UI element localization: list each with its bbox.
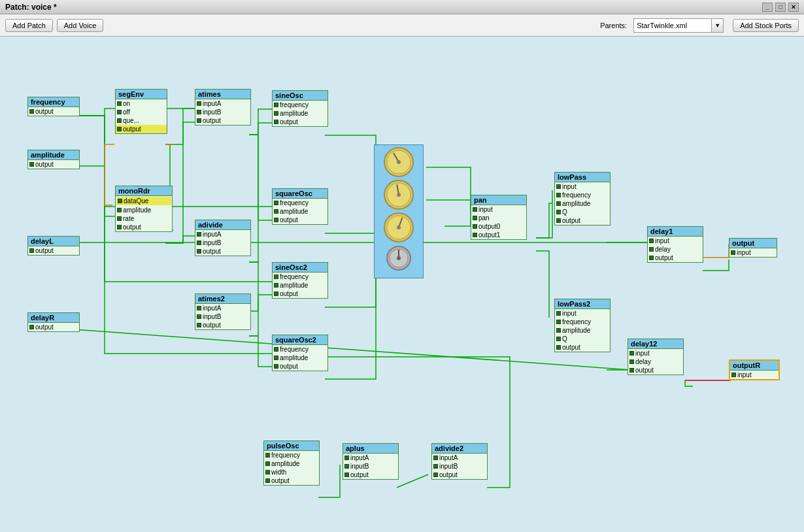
atimes2-header[interactable]: atimes2: [195, 294, 250, 304]
add-patch-button[interactable]: Add Patch: [5, 19, 53, 32]
knob3[interactable]: [382, 212, 416, 243]
lowPass2-output-port[interactable]: output: [555, 343, 610, 352]
pulseOsc-output-port[interactable]: output: [264, 476, 319, 485]
monoRdr-output-port[interactable]: output: [116, 223, 172, 231]
atimes-inputB-port[interactable]: inputB: [195, 108, 250, 116]
aplus-inputA-port[interactable]: inputA: [343, 454, 398, 462]
delayL-header[interactable]: delayL: [28, 237, 79, 246]
knob2[interactable]: [382, 179, 416, 210]
knob4[interactable]: [382, 244, 416, 272]
delay12-delay-port[interactable]: delay: [628, 357, 683, 366]
frequency-output-port[interactable]: output: [28, 107, 79, 116]
monoRdr-rate-port[interactable]: rate: [116, 214, 172, 223]
delayR-output-port[interactable]: output: [28, 323, 79, 331]
outputR-header[interactable]: outputR: [730, 361, 779, 371]
outputR-input-port[interactable]: input: [730, 371, 779, 379]
on-port[interactable]: on: [116, 99, 167, 108]
lowPass2-input-port[interactable]: input: [555, 309, 610, 318]
adivide2-output-port[interactable]: output: [432, 471, 487, 479]
lowPass-input-port[interactable]: input: [555, 182, 610, 191]
delay12-header[interactable]: delay12: [628, 339, 683, 349]
aplus-header[interactable]: aplus: [343, 444, 398, 454]
pan-output0-port[interactable]: output0: [471, 222, 526, 231]
output-left-header[interactable]: output: [729, 239, 777, 248]
dataQueue-row[interactable]: dataQue: [116, 197, 171, 205]
off-port[interactable]: off: [116, 108, 167, 116]
sineOsc-amplitude-port[interactable]: amplitude: [273, 109, 327, 118]
pan-pan-port[interactable]: pan: [471, 214, 526, 222]
atimes2-inputB-port[interactable]: inputB: [195, 312, 250, 321]
squareOsc-output-port[interactable]: output: [273, 216, 327, 224]
squareOsc-frequency-port[interactable]: frequency: [273, 199, 327, 207]
lowPass-frequency-port[interactable]: frequency: [555, 191, 610, 199]
adivide2-header[interactable]: adivide2: [432, 444, 487, 454]
que-port[interactable]: que...: [116, 116, 167, 125]
adivide-output-port[interactable]: output: [195, 247, 250, 256]
adivide-header[interactable]: adivide: [195, 220, 250, 230]
restore-btn[interactable]: □: [775, 3, 786, 12]
sineOsc2-header[interactable]: sineOsc2: [273, 263, 327, 273]
lowPass2-header[interactable]: lowPass2: [555, 299, 610, 309]
sineOsc2-frequency-port[interactable]: frequency: [273, 273, 327, 281]
adivide-inputB-port[interactable]: inputB: [195, 239, 250, 247]
sineOsc2-output-port[interactable]: output: [273, 290, 327, 298]
adivide-inputA-port[interactable]: inputA: [195, 230, 250, 239]
atimes2-inputA-port[interactable]: inputA: [195, 304, 250, 312]
add-voice-button[interactable]: Add Voice: [57, 19, 104, 32]
pulseOsc-frequency-port[interactable]: frequency: [264, 451, 319, 459]
delayL-output-port[interactable]: output: [28, 246, 79, 255]
atimes-inputA-port[interactable]: inputA: [195, 99, 250, 108]
lowPass2-frequency-port[interactable]: frequency: [555, 318, 610, 326]
pulseOsc-header[interactable]: pulseOsc: [264, 441, 319, 451]
delayR-header[interactable]: delayR: [28, 313, 79, 323]
close-btn[interactable]: ✕: [788, 3, 799, 12]
delay1-header[interactable]: delay1: [648, 227, 703, 237]
adivide2-inputB-port[interactable]: inputB: [432, 462, 487, 471]
delay12-output-port[interactable]: output: [628, 366, 683, 374]
aplus-inputB-port[interactable]: inputB: [343, 462, 398, 471]
pulseOsc-width-port[interactable]: width: [264, 468, 319, 476]
delay1-delay-port[interactable]: delay: [648, 245, 703, 254]
frequency-header[interactable]: frequency: [28, 97, 79, 107]
atimes-output-port[interactable]: output: [195, 116, 250, 125]
amplitude-output-port[interactable]: output: [28, 160, 79, 169]
output-left-input-port[interactable]: input: [729, 248, 777, 257]
delay1-output-port[interactable]: output: [648, 254, 703, 262]
pan-input-port[interactable]: input: [471, 205, 526, 214]
sineOsc-output-port[interactable]: output: [273, 118, 327, 126]
pan-header[interactable]: pan: [471, 195, 526, 205]
monoRdr-amplitude-port[interactable]: amplitude: [116, 206, 172, 214]
sineOsc-frequency-port[interactable]: frequency: [273, 101, 327, 109]
amplitude-header[interactable]: amplitude: [28, 150, 79, 160]
lowPass2-amplitude-port[interactable]: amplitude: [555, 326, 610, 335]
minimize-btn[interactable]: _: [762, 3, 773, 12]
squareOsc2-header[interactable]: squareOsc2: [273, 335, 327, 345]
aplus-output-port[interactable]: output: [343, 471, 398, 479]
add-stock-ports-button[interactable]: Add Stock Ports: [733, 19, 799, 32]
adivide2-inputA-port[interactable]: inputA: [432, 454, 487, 462]
lowPass2-Q-port[interactable]: Q: [555, 335, 610, 343]
pulseOsc-amplitude-port[interactable]: amplitude: [264, 459, 319, 468]
squareOsc-amplitude-port[interactable]: amplitude: [273, 207, 327, 216]
segEnv-header[interactable]: segEnv: [116, 90, 167, 99]
pan-output1-port[interactable]: output1: [471, 231, 526, 239]
delay12-input-port[interactable]: input: [628, 349, 683, 357]
atimes2-output-port[interactable]: output: [195, 321, 250, 329]
squareOsc-header[interactable]: squareOsc: [273, 189, 327, 199]
squareOsc2-output-port[interactable]: output: [273, 362, 327, 371]
monoRdr-header[interactable]: monoRdr: [116, 186, 172, 196]
sineOsc2-amplitude-port[interactable]: amplitude: [273, 281, 327, 290]
sineOsc-header[interactable]: sineOsc: [273, 91, 327, 101]
lowPass-amplitude-port[interactable]: amplitude: [555, 199, 610, 208]
segenv-output-port[interactable]: output: [116, 125, 167, 133]
lowPass-header[interactable]: lowPass: [555, 173, 610, 182]
knob1[interactable]: [382, 146, 416, 178]
parents-arrow[interactable]: ▼: [712, 18, 724, 33]
lowPass-output-port[interactable]: output: [555, 216, 610, 225]
squareOsc2-amplitude-port[interactable]: amplitude: [273, 354, 327, 362]
lowPass-Q-port[interactable]: Q: [555, 208, 610, 216]
delay1-input-port[interactable]: input: [648, 237, 703, 245]
parents-input[interactable]: [633, 18, 712, 33]
squareOsc2-frequency-port[interactable]: frequency: [273, 345, 327, 354]
atimes-header[interactable]: atimes: [195, 90, 250, 99]
